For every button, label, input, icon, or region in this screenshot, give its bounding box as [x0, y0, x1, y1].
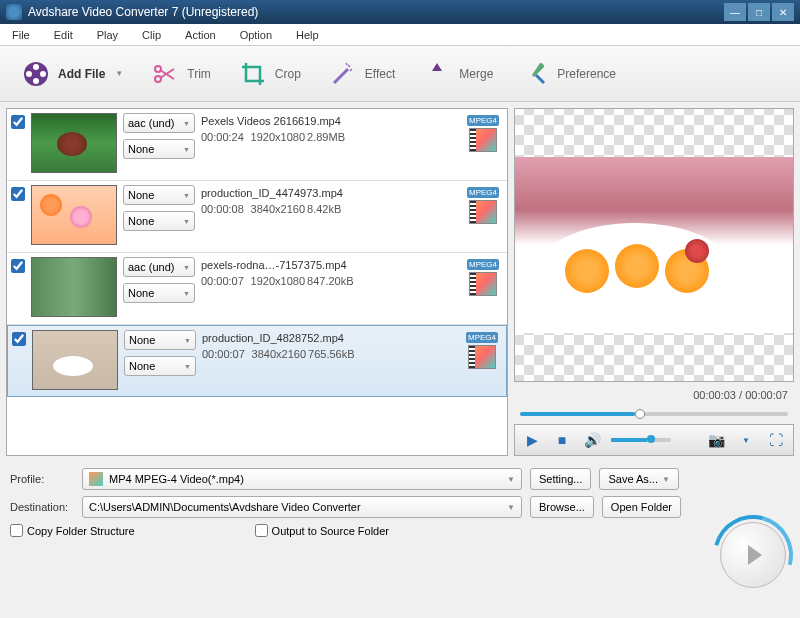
preview-time: 00:00:03 / 00:00:07 — [514, 386, 794, 404]
merge-icon — [423, 60, 451, 88]
file-thumbnail — [32, 330, 118, 390]
profile-combo[interactable]: MP4 MPEG-4 Video(*.mp4) ▼ — [82, 468, 522, 490]
file-meta: 00:00:07 1920x1080847.20kB — [201, 275, 457, 287]
destination-combo[interactable]: C:\Users\ADMIN\Documents\Avdshare Video … — [82, 496, 522, 518]
volume-slider[interactable] — [611, 438, 671, 442]
audio-track-dropdown[interactable]: aac (und)▼ — [123, 257, 195, 277]
preview-panel: 00:00:03 / 00:00:07 ▶ ■ 🔊 📷 ▼ ⛶ — [514, 108, 794, 456]
preview-controls: ▶ ■ 🔊 📷 ▼ ⛶ — [514, 424, 794, 456]
trim-button[interactable]: Trim — [141, 54, 221, 94]
audio-track-dropdown[interactable]: aac (und)▼ — [123, 113, 195, 133]
svg-point-2 — [40, 71, 46, 77]
maximize-button[interactable]: □ — [748, 3, 770, 21]
file-list[interactable]: aac (und)▼ None▼ Pexels Videos 2616619.m… — [6, 108, 508, 456]
fullscreen-button[interactable]: ⛶ — [765, 429, 787, 451]
destination-label: Destination: — [10, 501, 74, 513]
format-icon — [469, 272, 497, 296]
merge-button[interactable]: Merge — [413, 54, 503, 94]
preference-button[interactable]: Preference — [511, 54, 626, 94]
merge-label: Merge — [459, 67, 493, 81]
file-row[interactable]: aac (und)▼ None▼ Pexels Videos 2616619.m… — [7, 109, 507, 181]
subtitle-dropdown[interactable]: None▼ — [123, 139, 195, 159]
add-file-label: Add File — [58, 67, 105, 81]
volume-icon[interactable]: 🔊 — [581, 429, 603, 451]
svg-point-4 — [26, 71, 32, 77]
file-meta: 00:00:08 3840x21608.42kB — [201, 203, 457, 215]
chevron-down-icon: ▼ — [507, 503, 515, 512]
crop-button[interactable]: Crop — [229, 54, 311, 94]
effect-button[interactable]: Effect — [319, 54, 405, 94]
play-icon — [748, 545, 762, 565]
output-source-checkbox[interactable]: Output to Source Folder — [255, 524, 389, 537]
output-source-check-input[interactable] — [255, 524, 268, 537]
preference-label: Preference — [557, 67, 616, 81]
file-checkbox[interactable] — [12, 332, 26, 346]
file-checkbox[interactable] — [11, 259, 25, 273]
file-checkbox[interactable] — [11, 115, 25, 129]
bottom-panel: Profile: MP4 MPEG-4 Video(*.mp4) ▼ Setti… — [0, 462, 800, 543]
effect-label: Effect — [365, 67, 395, 81]
close-button[interactable]: ✕ — [772, 3, 794, 21]
browse-button[interactable]: Browse... — [530, 496, 594, 518]
subtitle-dropdown[interactable]: None▼ — [123, 283, 195, 303]
menu-play[interactable]: Play — [93, 27, 122, 43]
menubar: File Edit Play Clip Action Option Help — [0, 24, 800, 46]
snapshot-dropdown[interactable]: ▼ — [735, 429, 757, 451]
add-file-button[interactable]: Add File ▼ — [12, 54, 133, 94]
app-icon — [6, 4, 22, 20]
tools-icon — [521, 60, 549, 88]
format-icon — [468, 345, 496, 369]
menu-action[interactable]: Action — [181, 27, 220, 43]
chevron-down-icon: ▼ — [507, 475, 515, 484]
file-meta: 00:00:07 3840x2160765.56kB — [202, 348, 456, 360]
menu-help[interactable]: Help — [292, 27, 323, 43]
audio-track-dropdown[interactable]: None▼ — [124, 330, 196, 350]
seek-slider[interactable] — [514, 408, 794, 420]
subtitle-dropdown[interactable]: None▼ — [123, 211, 195, 231]
file-format: MPEG4 — [463, 185, 503, 225]
file-name: production_ID_4828752.mp4 — [202, 332, 456, 344]
preview-area — [514, 108, 794, 382]
menu-clip[interactable]: Clip — [138, 27, 165, 43]
profile-label: Profile: — [10, 473, 74, 485]
file-name: Pexels Videos 2616619.mp4 — [201, 115, 457, 127]
audio-track-dropdown[interactable]: None▼ — [123, 185, 195, 205]
snapshot-button[interactable]: 📷 — [705, 429, 727, 451]
file-format: MPEG4 — [463, 113, 503, 153]
titlebar: Avdshare Video Converter 7 (Unregistered… — [0, 0, 800, 24]
file-row[interactable]: None▼ None▼ production_ID_4828752.mp4 00… — [7, 325, 507, 397]
window-title: Avdshare Video Converter 7 (Unregistered… — [28, 5, 724, 19]
format-icon — [469, 200, 497, 224]
file-row[interactable]: None▼ None▼ production_ID_4474973.mp4 00… — [7, 181, 507, 253]
destination-value: C:\Users\ADMIN\Documents\Avdshare Video … — [89, 501, 361, 513]
convert-button[interactable] — [720, 522, 786, 588]
format-icon — [469, 128, 497, 152]
scissors-icon — [151, 60, 179, 88]
file-row[interactable]: aac (und)▼ None▼ pexels-rodna…-7157375.m… — [7, 253, 507, 325]
subtitle-dropdown[interactable]: None▼ — [124, 356, 196, 376]
crop-label: Crop — [275, 67, 301, 81]
copy-folder-check-input[interactable] — [10, 524, 23, 537]
minimize-button[interactable]: — — [724, 3, 746, 21]
wand-icon — [329, 60, 357, 88]
mp4-icon — [89, 472, 103, 486]
menu-file[interactable]: File — [8, 27, 34, 43]
save-as-button[interactable]: Save As...▼ — [599, 468, 678, 490]
crop-icon — [239, 60, 267, 88]
time-current: 00:00:03 — [693, 389, 736, 401]
svg-point-1 — [33, 64, 39, 70]
time-total: 00:00:07 — [745, 389, 788, 401]
open-folder-button[interactable]: Open Folder — [602, 496, 681, 518]
chevron-down-icon: ▼ — [115, 69, 123, 78]
file-name: production_ID_4474973.mp4 — [201, 187, 457, 199]
copy-folder-checkbox[interactable]: Copy Folder Structure — [10, 524, 135, 537]
menu-edit[interactable]: Edit — [50, 27, 77, 43]
file-format: MPEG4 — [463, 257, 503, 297]
setting-button[interactable]: Setting... — [530, 468, 591, 490]
menu-option[interactable]: Option — [236, 27, 276, 43]
file-checkbox[interactable] — [11, 187, 25, 201]
file-thumbnail — [31, 113, 117, 173]
play-button[interactable]: ▶ — [521, 429, 543, 451]
profile-value: MP4 MPEG-4 Video(*.mp4) — [109, 473, 244, 485]
stop-button[interactable]: ■ — [551, 429, 573, 451]
